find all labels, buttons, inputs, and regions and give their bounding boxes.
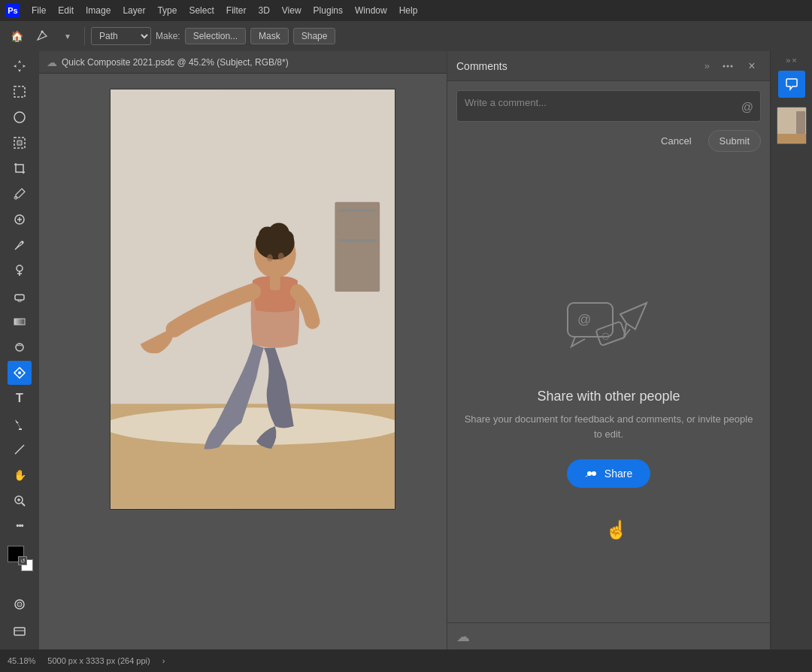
menu-filter[interactable]: Filter (226, 5, 247, 16)
menu-image[interactable]: Image (86, 5, 111, 16)
pen-tool-sidebar[interactable] (8, 361, 32, 385)
canvas-photo[interactable] (110, 89, 395, 510)
panel-expand-controls: » × (771, 56, 812, 65)
path-selection-tool[interactable] (8, 412, 32, 436)
dimensions: 5000 px x 3333 px (264 ppi) (47, 656, 150, 665)
clone-stamp-tool[interactable] (8, 259, 32, 283)
shape-button[interactable]: Shape (293, 28, 336, 44)
pen-dropdown-arrow[interactable]: ▼ (57, 26, 78, 47)
svg-point-16 (17, 602, 22, 607)
brush-tool[interactable] (8, 233, 32, 257)
zoom-tool[interactable] (8, 489, 32, 513)
image-container[interactable] (39, 74, 466, 649)
eyedropper-tool[interactable] (8, 182, 32, 206)
lasso-tool[interactable] (8, 105, 32, 129)
share-title: Share with other people (537, 389, 680, 404)
svg-point-11 (18, 371, 21, 374)
mask-button[interactable]: Mask (250, 28, 289, 44)
comment-input-wrapper: @ (456, 90, 761, 124)
svg-text:⬡: ⬡ (600, 330, 611, 343)
pen-tool-icon[interactable] (32, 26, 53, 47)
svg-rect-17 (14, 628, 25, 635)
color-swatches[interactable]: ↺ (6, 544, 33, 571)
svg-rect-1 (14, 86, 25, 97)
svg-point-6 (22, 241, 24, 244)
svg-point-0 (41, 31, 44, 33)
svg-point-2 (14, 112, 25, 123)
menu-type[interactable]: Type (157, 5, 177, 16)
left-tools-panel: T ✋ ••• ↺ (0, 51, 39, 649)
more-tools[interactable]: ••• (8, 514, 32, 538)
svg-rect-8 (15, 295, 24, 300)
mention-at-icon[interactable]: @ (741, 101, 753, 114)
spot-healing-tool[interactable] (8, 207, 32, 232)
menu-bar: Ps File Edit Image Layer Type Select Fil… (0, 0, 812, 21)
toolbar-separator-1 (84, 27, 85, 45)
menu-view[interactable]: View (282, 5, 301, 16)
selection-button[interactable]: Selection... (185, 28, 246, 44)
blur-tool[interactable] (8, 335, 32, 359)
comments-footer: ☁ (447, 622, 770, 649)
thumbnail-image[interactable] (777, 107, 807, 144)
menu-select[interactable]: Select (189, 5, 214, 16)
submit-comment-button[interactable]: Submit (708, 130, 761, 152)
svg-line-12 (15, 445, 24, 454)
document-title[interactable]: ☁ Quick Composite 2021.psdc @ 45.2% (Sub… (39, 51, 466, 74)
svg-point-34 (731, 65, 733, 67)
menu-file[interactable]: File (32, 5, 46, 16)
object-selection-tool[interactable] (8, 131, 32, 155)
document-filename: Quick Composite 2021.psdc @ 45.2% (Subje… (62, 57, 289, 68)
comments-panel-close-btn[interactable]: × (743, 57, 761, 75)
make-label: Make: (156, 31, 180, 41)
svg-point-33 (727, 65, 729, 67)
comments-header: Comments » × (447, 51, 770, 81)
expand-left-icon[interactable]: » (786, 56, 790, 65)
rectangular-marquee-tool[interactable] (8, 80, 32, 104)
share-button[interactable]: Share (567, 459, 650, 488)
menu-3d[interactable]: 3D (258, 5, 269, 16)
svg-rect-22 (338, 210, 376, 212)
comments-panel: Comments » × @ Cancel Submit @ (447, 51, 770, 649)
gradient-tool[interactable] (8, 310, 32, 334)
menu-window[interactable]: Window (355, 5, 387, 16)
comment-panel-toggle[interactable] (778, 71, 805, 98)
screen-mode-tool[interactable] (8, 619, 32, 643)
cancel-comment-button[interactable]: Cancel (650, 130, 701, 152)
right-thumbnail-panel: » × (770, 51, 812, 649)
text-tool[interactable]: T (8, 386, 32, 410)
zoom-level: 45.18% (8, 656, 35, 665)
svg-point-20 (111, 407, 395, 445)
cloud-icon: ☁ (47, 56, 57, 68)
svg-rect-43 (777, 134, 807, 144)
home-icon[interactable]: 🏠 (6, 26, 27, 47)
svg-rect-29 (270, 275, 280, 290)
menu-edit[interactable]: Edit (58, 5, 74, 16)
menu-layer[interactable]: Layer (123, 5, 145, 16)
share-empty-state: @ ⬡ Share with other people Share your d… (447, 161, 770, 622)
share-description: Share your document for feedback and com… (462, 412, 755, 441)
app-icon: Ps (6, 4, 20, 17)
svg-rect-21 (335, 202, 380, 292)
crop-tool[interactable] (8, 156, 32, 180)
path-dropdown[interactable]: Path Shape Pixels (91, 27, 151, 45)
quick-mask-tool[interactable] (8, 592, 32, 616)
comment-textarea[interactable] (456, 90, 761, 122)
svg-point-39 (587, 471, 592, 476)
hand-tool[interactable]: ✋ (8, 463, 32, 487)
comments-panel-menu-btn[interactable] (719, 57, 737, 75)
toolbar: 🏠 ▼ Path Shape Pixels Make: Selection...… (0, 21, 812, 51)
line-tool[interactable] (8, 437, 32, 462)
close-panel-icon[interactable]: × (792, 56, 796, 65)
canvas-area: ☁ Quick Composite 2021.psdc @ 45.2% (Sub… (39, 51, 466, 649)
svg-point-31 (278, 253, 284, 260)
menu-help[interactable]: Help (399, 5, 418, 16)
svg-text:@: @ (577, 312, 591, 327)
menu-plugins[interactable]: Plugins (314, 5, 343, 16)
scroll-arrow[interactable]: › (162, 656, 165, 665)
eraser-tool[interactable] (8, 284, 32, 308)
svg-point-7 (17, 265, 23, 271)
share-button-label: Share (604, 468, 632, 480)
move-tool[interactable] (8, 54, 32, 78)
svg-rect-42 (796, 111, 805, 134)
comment-actions: Cancel Submit (456, 130, 761, 152)
